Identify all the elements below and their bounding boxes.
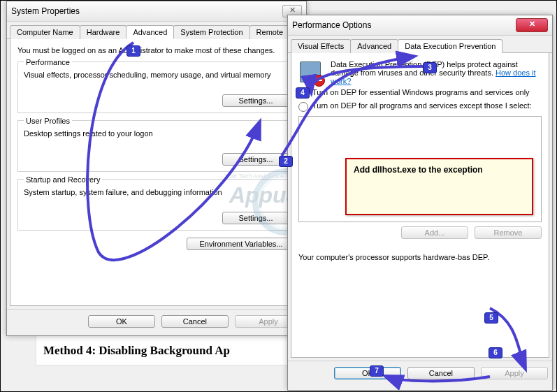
admin-notice: You must be logged on as an Administrato… — [17, 46, 296, 55]
group-startup-recovery: Startup and Recovery System startup, sys… — [17, 179, 296, 231]
ok-button[interactable]: OK — [334, 367, 401, 379]
titlebar: Performance Options ✕ — [288, 15, 552, 36]
close-icon[interactable]: ✕ — [516, 18, 548, 32]
radio-all-except[interactable]: Turn on DEP for all programs and service… — [298, 101, 542, 112]
group-performance: Performance Visual effects, processor sc… — [17, 61, 296, 113]
cancel-button[interactable]: Cancel — [161, 315, 229, 328]
group-title: Startup and Recovery — [24, 175, 102, 184]
tab-computer-name[interactable]: Computer Name — [10, 25, 80, 39]
group-title: Performance — [24, 58, 72, 66]
cancel-button[interactable]: Cancel — [407, 367, 475, 379]
dialog-buttons: OK Cancel Apply — [7, 309, 306, 333]
dialog-buttons: OK Cancel Apply — [288, 361, 552, 385]
radio-label: Turn on DEP for all programs and service… — [312, 101, 532, 110]
titlebar: System Properties ✕ — [7, 1, 306, 22]
radio-icon[interactable] — [298, 102, 308, 112]
apply-button[interactable]: Apply — [481, 367, 548, 379]
radio-icon[interactable] — [298, 89, 308, 99]
dep-shield-icon — [298, 60, 324, 85]
annotation-note: Add dllhost.exe to the exception — [345, 158, 533, 215]
dep-support-msg: Your computer's processor supports hardw… — [298, 253, 542, 261]
add-button[interactable]: Add... — [401, 226, 468, 239]
tab-remote[interactable]: Remote — [249, 25, 291, 39]
tab-advanced[interactable]: Advanced — [126, 25, 174, 39]
group-desc: Visual effects, processor scheduling, me… — [24, 71, 289, 79]
group-title: User Profiles — [24, 117, 72, 125]
ok-button[interactable]: OK — [88, 315, 155, 328]
tabstrip: Visual Effects Advanced Data Execution P… — [288, 36, 552, 53]
environment-variables-button[interactable]: Environment Variables... — [187, 238, 296, 250]
group-desc: Desktop settings related to your logon — [24, 129, 289, 138]
window-title: Performance Options — [292, 20, 516, 30]
tab-body-advanced: You must be logged on as an Administrato… — [10, 39, 303, 306]
user-profiles-settings-button[interactable]: Settings... — [222, 153, 289, 166]
tab-visual-effects[interactable]: Visual Effects — [291, 39, 351, 53]
startup-settings-button[interactable]: Settings... — [222, 212, 289, 224]
dep-help-text: Data Execution Prevention (DEP) helps pr… — [331, 60, 542, 85]
radio-label: Turn on DEP for essential Windows progra… — [312, 88, 530, 96]
tab-hardware[interactable]: Hardware — [80, 25, 127, 39]
tab-system-protection[interactable]: System Protection — [173, 25, 249, 39]
tabstrip: Computer Name Hardware Advanced System P… — [7, 22, 306, 39]
radio-essential[interactable]: Turn on DEP for essential Windows progra… — [298, 88, 542, 99]
remove-button[interactable]: Remove — [475, 226, 542, 239]
group-desc: System startup, system failure, and debu… — [24, 188, 289, 196]
tab-advanced[interactable]: Advanced — [350, 39, 398, 53]
performance-settings-button[interactable]: Settings... — [222, 94, 289, 107]
group-user-profiles: User Profiles Desktop settings related t… — [17, 120, 296, 172]
system-properties-window: System Properties ✕ Computer Name Hardwa… — [6, 1, 307, 336]
tab-dep[interactable]: Data Execution Prevention — [398, 39, 502, 53]
window-title: System Properties — [11, 6, 282, 16]
